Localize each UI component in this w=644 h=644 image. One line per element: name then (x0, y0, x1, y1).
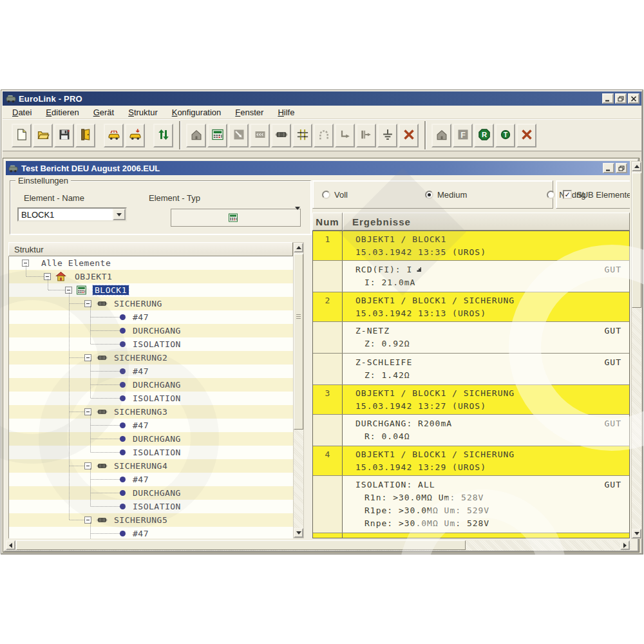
restore-button[interactable] (615, 93, 627, 104)
new-document-button[interactable] (12, 124, 32, 147)
radio-option-medium[interactable]: Medium (425, 190, 467, 200)
calculator-button[interactable] (207, 124, 227, 147)
tree-item-label[interactable]: DURCHGANG (133, 488, 181, 498)
tree-item-label[interactable]: OBJEKT1 (75, 272, 112, 281)
tree-item-label[interactable]: DURCHGANG (133, 326, 181, 336)
results-scroll-up-button[interactable] (632, 162, 641, 171)
result-group-header[interactable]: 5OBJEKT1 / BLOCK1 / SICHERUNG (313, 533, 629, 538)
tree-item[interactable]: #47 (9, 527, 293, 538)
tree-item[interactable]: #47 (9, 365, 293, 378)
close-button[interactable] (628, 93, 639, 104)
menu-item-gerat[interactable]: Gerät (88, 106, 120, 118)
tree-item[interactable]: ISOLATION (9, 500, 293, 513)
tree-item[interactable]: OBJEKT1 (9, 270, 293, 283)
tree-item[interactable]: #47 (9, 419, 293, 432)
tree-item[interactable]: DURCHGANG (9, 486, 293, 500)
tree-item[interactable]: Alle Elemente (9, 256, 293, 270)
instrument-upload-button[interactable] (104, 124, 124, 147)
tree-item[interactable]: DURCHGANG (9, 432, 293, 446)
tree-item-label[interactable]: BLOCK1 (93, 285, 129, 295)
exit-door-button[interactable] (75, 124, 95, 147)
result-t-button[interactable]: T (495, 124, 515, 147)
tree-scroll-down-button[interactable] (294, 528, 303, 538)
tree-item-label[interactable]: SICHERUNG5 (114, 515, 167, 525)
tree-item-label[interactable]: DURCHGANG (133, 434, 181, 444)
tree-item[interactable]: #47 (9, 473, 293, 486)
document-horizontal-scrollbar[interactable] (6, 540, 631, 551)
tree-item[interactable]: DURCHGANG (9, 378, 293, 392)
menu-item-hilfe[interactable]: Hilfe (272, 106, 300, 118)
element-name-dropdown-button[interactable] (113, 209, 126, 220)
delete-button[interactable] (516, 124, 536, 147)
tree-item-label[interactable]: #47 (133, 312, 149, 322)
tree-item[interactable]: SICHERUNG5 (9, 513, 293, 527)
element-typ-dropdown-button[interactable] (295, 210, 300, 225)
grid-button[interactable] (292, 124, 312, 147)
result-group-header[interactable]: 4OBJEKT1 / BLOCK1 / SICHERUNG15.03.1942 … (313, 446, 629, 476)
tree-item[interactable]: SICHERUNG3 (9, 405, 293, 419)
tree-item-label[interactable]: #47 (133, 475, 149, 484)
graph-arrow-button[interactable] (229, 124, 249, 147)
tree-item-label[interactable]: #47 (133, 421, 149, 430)
bar-arrow-button[interactable] (356, 124, 376, 147)
tree-item-label[interactable]: SICHERUNG3 (114, 407, 167, 417)
function-button[interactable]: F (453, 124, 473, 147)
result-test-row[interactable]: Z-NETZGUTZ: 0.92Ω (313, 322, 629, 354)
doc-minimize-button[interactable] (603, 163, 614, 173)
result-group-header[interactable]: 1OBJEKT1 / BLOCK115.03.1942 13:35 (UROS) (313, 231, 629, 261)
app-titlebar[interactable]: EuroLink - PRO (3, 91, 641, 106)
tree-item-label[interactable]: DURCHGANG (133, 380, 181, 390)
tree-item[interactable]: ISOLATION (9, 392, 293, 405)
fuse-button[interactable] (271, 124, 291, 147)
tree-item[interactable]: DURCHGANG (9, 324, 293, 337)
results-scroll-down-button[interactable] (632, 529, 641, 538)
result-r-button[interactable]: R (474, 124, 494, 147)
home-button[interactable] (431, 124, 451, 147)
sync-arrows-button[interactable] (153, 124, 173, 147)
tree-item-label[interactable]: ISOLATION (133, 339, 181, 349)
tree-item-label[interactable]: ISOLATION (133, 448, 181, 457)
scroll-right-button[interactable] (620, 540, 630, 550)
tree-item[interactable]: #47 (9, 310, 293, 324)
tree-vertical-scrollbar[interactable] (293, 242, 304, 538)
result-test-row[interactable]: DURCHGANG: R200mAGUTR: 0.04Ω (313, 415, 629, 446)
tree-item-label[interactable]: SICHERUNG (114, 299, 162, 308)
tree-item[interactable]: SICHERUNG2 (9, 351, 293, 365)
home-button[interactable] (186, 124, 206, 147)
tree-item-label[interactable]: #47 (133, 366, 149, 376)
scroll-left-button[interactable] (6, 540, 15, 550)
menu-item-editieren[interactable]: Editieren (40, 106, 84, 118)
sub-elements-checkbox[interactable]: ✓ (563, 190, 572, 199)
tree-item-label[interactable]: Alle Elemente (41, 258, 111, 268)
menu-item-datei[interactable]: Datei (6, 106, 37, 118)
tree-item[interactable]: BLOCK1 (9, 283, 293, 297)
tree-item[interactable]: SICHERUNG (9, 297, 293, 310)
structure-header[interactable]: Struktur (8, 242, 293, 256)
result-test-row[interactable]: RCD(FI): IGUTI: 21.0mA (313, 261, 629, 292)
save-button[interactable] (54, 124, 74, 147)
minimize-button[interactable] (602, 93, 614, 104)
results-scroll-thumb[interactable] (632, 173, 641, 308)
arch-button[interactable] (314, 124, 334, 147)
element-typ-combo[interactable] (171, 209, 301, 227)
tree-item-label[interactable]: SICHERUNG2 (114, 353, 167, 363)
tree-item-label[interactable]: SICHERUNG4 (114, 461, 167, 471)
tree-item-label[interactable]: ISOLATION (133, 393, 181, 403)
instrument-download-button[interactable] (125, 124, 145, 147)
delete-button[interactable] (399, 124, 419, 147)
earth-button[interactable] (377, 124, 397, 147)
tree-item-label[interactable]: #47 (133, 529, 149, 538)
ergebnisse-column-header[interactable]: Ergebnisse (343, 213, 630, 231)
bend-arrow-button[interactable] (335, 124, 355, 147)
tree-item[interactable]: ISOLATION (9, 337, 293, 351)
tree-scroll-thumb[interactable] (294, 254, 303, 430)
tree-item[interactable]: SICHERUNG4 (9, 459, 293, 473)
tree-item[interactable]: ISOLATION (9, 446, 293, 459)
element-name-combo[interactable]: BLOCK1 (17, 207, 127, 222)
num-column-header[interactable]: Num (312, 213, 343, 231)
menu-item-struktur[interactable]: Struktur (122, 106, 164, 118)
result-test-row[interactable]: Z-SCHLEIFEGUTZ: 1.42Ω (313, 354, 629, 385)
open-folder-button[interactable] (33, 124, 53, 147)
menu-item-fenster[interactable]: Fenster (229, 106, 269, 118)
result-group-header[interactable]: 2OBJEKT1 / BLOCK1 / SICHERUNG15.03.1942 … (313, 292, 629, 322)
